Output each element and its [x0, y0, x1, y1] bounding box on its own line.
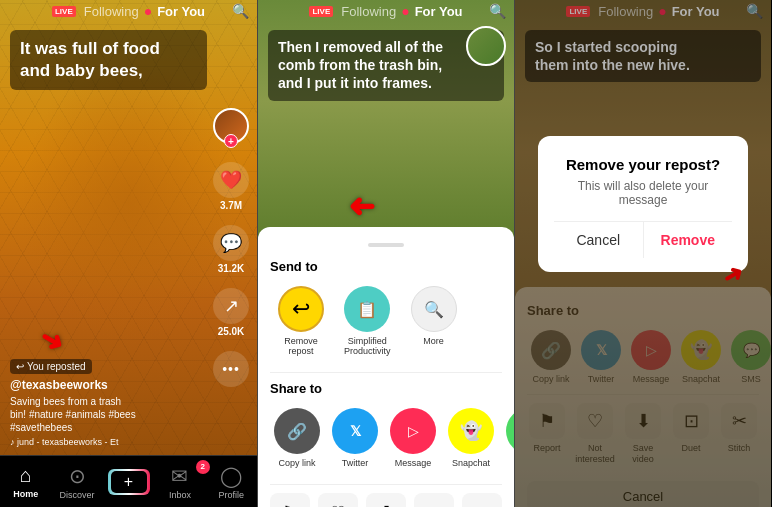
nav-for-you-2[interactable]: For You — [415, 4, 463, 19]
share-sheet-2: Send to ↩ Remove repost 📋 Simplified Pro… — [258, 227, 514, 507]
divider-3 — [270, 484, 502, 485]
avatar-2 — [466, 26, 506, 66]
modal-buttons: Cancel Remove — [554, 221, 732, 258]
modal-cancel-btn[interactable]: Cancel — [554, 222, 643, 258]
remove-repost-btn[interactable]: ↩ Remove repost — [278, 286, 324, 356]
more-share-btn[interactable]: 🔍 More — [411, 286, 457, 356]
search-icon-1[interactable]: 🔍 — [232, 3, 249, 19]
follow-plus-1[interactable]: + — [224, 134, 238, 148]
repost-icon: ↩ — [292, 296, 310, 322]
remove-repost-modal: Remove your repost? This will also delet… — [538, 136, 748, 272]
red-arrow-2: ➜ — [348, 189, 375, 227]
bottom-info-1: ↩You reposted @texasbeeworks Saving bees… — [10, 356, 207, 447]
modal-remove-btn[interactable]: Remove — [644, 222, 733, 258]
simplified-productivity-btn[interactable]: 📋 Simplified Productivity — [344, 286, 391, 356]
nav-profile-1[interactable]: ◯ Profile — [206, 464, 257, 500]
snapchat-btn[interactable]: 👻 Snapchat — [448, 408, 494, 468]
sound-info-1[interactable]: ♪ jund - texasbeeworks - Et — [10, 437, 207, 447]
modal-overlay-3: Remove your repost? This will also delet… — [515, 0, 771, 507]
more-icon: 🔍 — [424, 300, 444, 319]
like-btn-1[interactable]: ❤️ 3.7M — [213, 162, 249, 211]
share-to-row: 🔗 Copy link 𝕏 Twitter ▷ Message 👻 — [274, 408, 502, 468]
top-nav-1: LIVE Following ● For You 🔍 — [0, 0, 257, 22]
top-nav-2: LIVE Following ● For You 🔍 — [258, 0, 514, 22]
caption-1: Saving bees from a trash bin! #nature #a… — [10, 395, 207, 434]
panel-1: LIVE Following ● For You 🔍 It was full o… — [0, 0, 257, 507]
video-caption-1: It was full of food and baby bees, — [10, 30, 207, 90]
avatar-1[interactable]: + — [213, 108, 249, 144]
simplified-icon: 📋 — [357, 300, 377, 319]
nav-discover-1[interactable]: ⊙ Discover — [51, 464, 102, 500]
inbox-icon-1: ✉ — [171, 464, 188, 488]
live-badge-2: LIVE — [309, 6, 333, 17]
save-btn-1[interactable]: ↗ 25.0K — [213, 288, 249, 337]
stitch-btn[interactable]: ✂ Stitch — [462, 493, 502, 507]
search-icon-2[interactable]: 🔍 — [489, 3, 506, 19]
sms-btn[interactable]: 💬 SMS — [506, 408, 514, 468]
panel-2: LIVE Following ● For You 🔍 Then I remove… — [257, 0, 514, 507]
nav-for-you-1[interactable]: For You — [157, 4, 205, 19]
nav-inbox-1[interactable]: ✉ Inbox 2 — [154, 464, 205, 500]
duet-btn[interactable]: ⊡ Duet — [414, 493, 454, 507]
create-btn-1: + — [108, 469, 150, 495]
profile-icon-1: ◯ — [220, 464, 242, 488]
discover-icon-1: ⊙ — [69, 464, 86, 488]
username-1[interactable]: @texasbeeworks — [10, 378, 207, 392]
divider-2 — [270, 372, 502, 373]
send-to-row: ↩ Remove repost 📋 Simplified Productivit… — [278, 286, 502, 356]
copy-link-btn[interactable]: 🔗 Copy link — [274, 408, 320, 468]
save-video-btn[interactable]: ⬇ Save video — [366, 493, 406, 507]
comment-btn-1[interactable]: 💬 31.2K — [213, 225, 249, 274]
more-btn-1[interactable]: ••• — [213, 351, 249, 387]
nav-home-1[interactable]: ⌂ Home — [0, 464, 51, 499]
bottom-actions-2: ⚑ Report ♡ Not interested ⬇ Save video ⊡… — [270, 493, 502, 507]
nav-create-1[interactable]: + — [103, 469, 154, 495]
sheet-handle-2 — [368, 243, 404, 247]
nav-dot-1: ● — [144, 3, 152, 19]
twitter-btn[interactable]: 𝕏 Twitter — [332, 408, 378, 468]
nav-following-2[interactable]: Following — [341, 4, 396, 19]
create-plus-icon-1: + — [111, 471, 147, 493]
nav-following-1[interactable]: Following — [84, 4, 139, 19]
home-icon-1: ⌂ — [20, 464, 32, 487]
message-btn[interactable]: ▷ Message — [390, 408, 436, 468]
panel-3: LIVE Following ● For You 🔍 So I started … — [514, 0, 771, 507]
live-badge-1: LIVE — [52, 6, 76, 17]
bottom-nav-1: ⌂ Home ⊙ Discover + ✉ Inbox 2 ◯ Profile — [0, 455, 257, 507]
modal-subtitle: This will also delete your message — [554, 179, 732, 207]
right-actions-1: + ❤️ 3.7M 💬 31.2K ↗ 25.0K ••• — [213, 108, 249, 387]
send-to-title: Send to — [270, 259, 502, 274]
modal-title: Remove your repost? — [554, 156, 732, 173]
share-to-title: Share to — [270, 381, 502, 396]
nav-dot-2: ● — [401, 3, 409, 19]
inbox-badge-1: 2 — [196, 460, 210, 474]
report-btn[interactable]: ⚑ Report — [270, 493, 310, 507]
not-interested-btn[interactable]: ♡ Not interested — [318, 493, 358, 507]
reposted-label-1: ↩You reposted — [10, 359, 92, 374]
